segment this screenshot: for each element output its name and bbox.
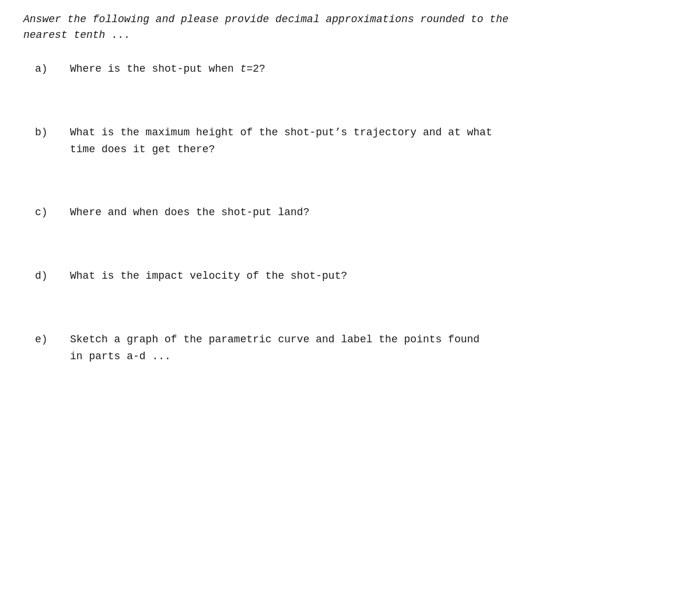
- question-d-text: What is the impact velocity of the shot-…: [70, 268, 677, 285]
- question-e-line1: Sketch a graph of the parametric curve a…: [70, 334, 480, 345]
- intro-line2: nearest tenth ...: [23, 29, 131, 41]
- question-c-text: Where and when does the shot-put land?: [70, 204, 677, 221]
- question-e-text: Sketch a graph of the parametric curve a…: [70, 331, 677, 365]
- question-a-text: Where is the shot-put when t=2?: [70, 61, 677, 78]
- t-variable-a: t: [240, 63, 247, 75]
- question-b-label: b): [35, 124, 70, 158]
- question-b-line2: time does it get there?: [70, 143, 215, 155]
- question-e: e) Sketch a graph of the parametric curv…: [35, 331, 677, 365]
- question-a-label: a): [35, 61, 70, 78]
- question-d: d) What is the impact velocity of the sh…: [35, 268, 677, 285]
- question-c: c) Where and when does the shot-put land…: [35, 204, 677, 221]
- question-a: a) Where is the shot-put when t=2?: [35, 61, 677, 78]
- question-e-label: e): [35, 331, 70, 365]
- intro-paragraph: Answer the following and please provide …: [23, 12, 677, 43]
- question-e-line2: in parts a-d ...: [70, 350, 171, 362]
- question-b: b) What is the maximum height of the sho…: [35, 124, 677, 158]
- page-content: Answer the following and please provide …: [23, 12, 677, 365]
- question-d-label: d): [35, 268, 70, 285]
- intro-line1: Answer the following and please provide …: [23, 13, 509, 25]
- question-c-label: c): [35, 204, 70, 221]
- question-b-text: What is the maximum height of the shot-p…: [70, 124, 677, 158]
- question-b-line1: What is the maximum height of the shot-p…: [70, 127, 492, 138]
- questions-list: a) Where is the shot-put when t=2? b) Wh…: [23, 61, 677, 365]
